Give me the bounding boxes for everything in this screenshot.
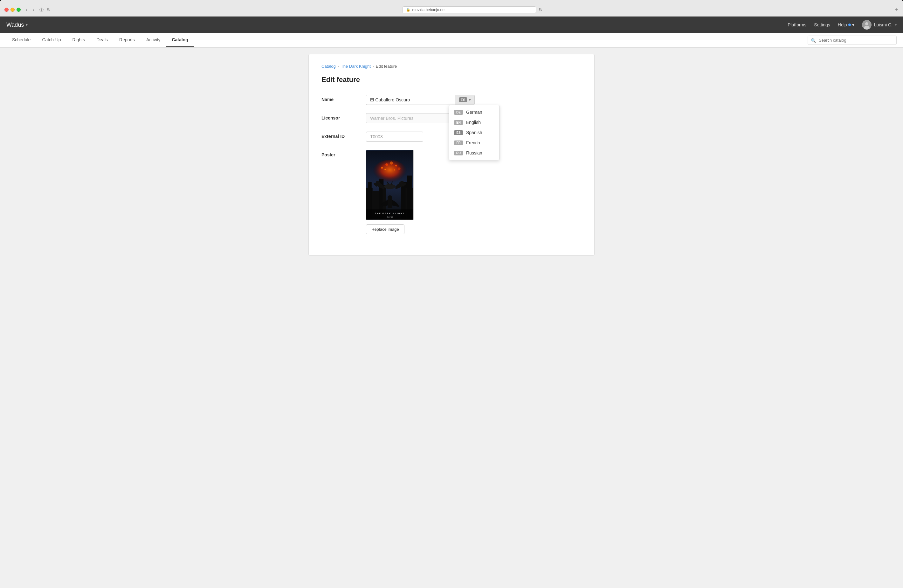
browser-nav-buttons: ‹ ›	[24, 6, 36, 13]
back-button[interactable]: ‹	[24, 6, 29, 13]
address-bar[interactable]: 🔒 movida.bebanjo.net	[403, 6, 536, 13]
lang-label-en: English	[466, 120, 481, 125]
svg-point-1	[865, 22, 868, 25]
help-label: Help	[838, 22, 847, 27]
sidebar-item-catchup[interactable]: Catch-Up	[36, 33, 66, 47]
svg-point-15	[385, 164, 388, 166]
replace-image-button[interactable]: Replace image	[366, 225, 404, 234]
app-navbar: Wadus ▾ Platforms Settings Help ▾ Luismi…	[0, 17, 903, 33]
page-background: Catalog › The Dark Knight › Edit feature…	[0, 48, 903, 588]
brand-caret-icon: ▾	[26, 22, 28, 27]
lang-label-fr: French	[466, 140, 480, 145]
breadcrumb-sep-2: ›	[373, 64, 374, 69]
licensor-label: Licensor	[321, 113, 366, 121]
forward-button[interactable]: ›	[30, 6, 36, 13]
sidebar-item-catalog[interactable]: Catalog	[166, 33, 194, 47]
content-card: Catalog › The Dark Knight › Edit feature…	[308, 54, 595, 256]
breadcrumb-item-link[interactable]: The Dark Knight	[341, 64, 371, 69]
lock-icon: 🔒	[406, 8, 411, 12]
close-button[interactable]	[5, 8, 9, 12]
help-button[interactable]: Help ▾	[838, 22, 854, 27]
lang-option-de[interactable]: DE German	[449, 107, 499, 117]
form-row-name: Name ES ▾ DE German EN	[321, 95, 582, 105]
sidebar-item-rights[interactable]: Rights	[67, 33, 91, 47]
lang-badge-en: EN	[454, 120, 463, 125]
svg-text:THE DARK KNIGHT: THE DARK KNIGHT	[375, 212, 405, 215]
sidebar-item-deals[interactable]: Deals	[91, 33, 113, 47]
external-id-label: External ID	[321, 132, 366, 139]
platforms-link[interactable]: Platforms	[788, 22, 806, 27]
lang-option-fr[interactable]: FR French	[449, 138, 499, 148]
svg-point-13	[384, 184, 396, 189]
address-bar-container: 🔒 movida.bebanjo.net ↻	[54, 6, 892, 13]
lang-badge-fr: FR	[454, 140, 463, 145]
app-brand[interactable]: Wadus ▾	[6, 22, 28, 28]
breadcrumb: Catalog › The Dark Knight › Edit feature	[321, 64, 582, 69]
lang-label-es: Spanish	[466, 130, 482, 135]
svg-text:JULY 18: JULY 18	[387, 217, 393, 218]
name-label: Name	[321, 95, 366, 102]
lang-label-de: German	[466, 110, 482, 115]
external-id-input[interactable]	[366, 132, 423, 142]
breadcrumb-current: Edit feature	[376, 64, 397, 69]
lang-badge-de: DE	[454, 110, 463, 115]
sidebar-item-reports[interactable]: Reports	[113, 33, 140, 47]
brand-name: Wadus	[6, 22, 24, 28]
poster-container: THE DARK KNIGHT JULY 18 Replace image	[366, 150, 582, 234]
poster-label: Poster	[321, 150, 366, 157]
name-form-control: ES ▾ DE German EN English	[366, 95, 582, 105]
svg-point-17	[395, 165, 397, 167]
language-code-badge: ES	[459, 97, 467, 102]
svg-point-19	[384, 169, 386, 170]
sub-navbar: Schedule Catch-Up Rights Deals Reports A…	[0, 33, 903, 48]
svg-point-18	[398, 168, 401, 170]
language-caret-icon: ▾	[469, 98, 470, 102]
sidebar-item-schedule[interactable]: Schedule	[6, 33, 36, 47]
help-caret-icon: ▾	[852, 22, 854, 27]
language-dropdown: DE German EN English ES Spanish FR	[448, 105, 500, 160]
user-name: Luismi C.	[874, 22, 892, 27]
user-caret-icon: ▾	[895, 23, 897, 27]
svg-point-22	[388, 195, 392, 200]
search-input[interactable]	[808, 36, 897, 45]
svg-point-16	[390, 162, 393, 165]
url-text: movida.bebanjo.net	[412, 8, 445, 12]
info-icon[interactable]: ⓘ	[39, 7, 44, 13]
svg-point-14	[381, 167, 383, 169]
language-selector-button[interactable]: ES ▾	[455, 95, 475, 105]
lang-option-ru[interactable]: RU Russian	[449, 148, 499, 158]
svg-point-20	[394, 170, 395, 171]
reload-button[interactable]: ↻	[539, 7, 543, 13]
name-input-group: ES ▾ DE German EN English	[366, 95, 582, 105]
sidebar-item-activity[interactable]: Activity	[140, 33, 166, 47]
sub-nav-links: Schedule Catch-Up Rights Deals Reports A…	[6, 33, 194, 47]
avatar	[862, 20, 872, 30]
lang-label-ru: Russian	[466, 150, 482, 156]
name-input[interactable]	[366, 95, 455, 105]
svg-rect-21	[388, 199, 392, 208]
lang-option-es[interactable]: ES Spanish	[449, 127, 499, 138]
breadcrumb-sep-1: ›	[338, 64, 339, 69]
app-nav-right: Platforms Settings Help ▾ Luismi C. ▾	[788, 20, 897, 30]
lang-badge-es: ES	[454, 130, 463, 135]
page-title: Edit feature	[321, 75, 582, 84]
poster-form-control: THE DARK KNIGHT JULY 18 Replace image	[366, 150, 582, 234]
search-catalog-container: 🔍	[808, 36, 897, 45]
help-dot-indicator	[848, 24, 851, 26]
breadcrumb-catalog-link[interactable]: Catalog	[321, 64, 336, 69]
lang-badge-ru: RU	[454, 151, 463, 156]
refresh-icon[interactable]: ↻	[47, 7, 51, 13]
licensor-input[interactable]	[366, 113, 455, 123]
traffic-lights	[5, 8, 20, 12]
browser-chrome: ‹ › ⓘ ↻ 🔒 movida.bebanjo.net ↻ +	[0, 0, 903, 17]
search-icon: 🔍	[811, 38, 816, 42]
settings-link[interactable]: Settings	[814, 22, 830, 27]
lang-option-en[interactable]: EN English	[449, 117, 499, 127]
form-row-poster: Poster	[321, 150, 582, 234]
new-tab-button[interactable]: +	[895, 6, 898, 13]
minimize-button[interactable]	[11, 8, 15, 12]
user-menu[interactable]: Luismi C. ▾	[862, 20, 897, 30]
poster-image: THE DARK KNIGHT JULY 18	[366, 150, 414, 220]
fullscreen-button[interactable]	[17, 8, 20, 12]
